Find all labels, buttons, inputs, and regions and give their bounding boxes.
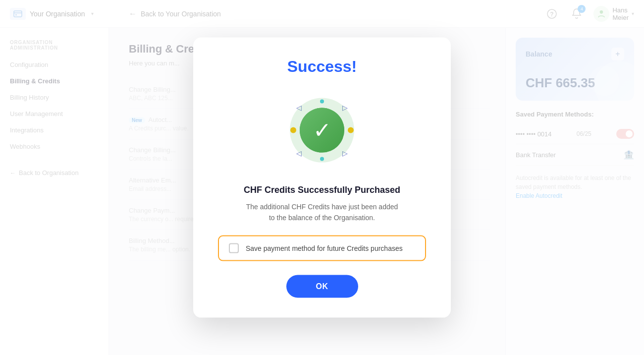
success-circle: ✓ <box>300 108 344 153</box>
success-modal: Success! ◁ ▷ ◁ ▷ ✓ CHF Credits Successfu… <box>193 38 451 318</box>
modal-sub-text: The additional CHF Credits have just bee… <box>218 201 426 224</box>
deco-arrow-tl: ◁ <box>296 104 302 112</box>
modal-success-title: Success! <box>218 58 426 76</box>
save-payment-method-checkbox[interactable] <box>229 243 239 253</box>
deco-dot-right <box>348 127 354 133</box>
save-payment-method-label: Save payment method for future Credits p… <box>246 244 403 252</box>
deco-arrow-br: ▷ <box>342 149 348 157</box>
deco-dot-bottom <box>320 157 324 161</box>
ok-button[interactable]: OK <box>286 275 358 297</box>
deco-arrow-tr: ▷ <box>342 104 348 112</box>
checkmark-icon: ✓ <box>313 119 331 141</box>
success-circle-inner: ✓ <box>300 108 344 153</box>
deco-dot-top <box>320 100 324 104</box>
save-payment-method-checkbox-area[interactable]: Save payment method for future Credits p… <box>218 235 426 261</box>
success-animation: ◁ ▷ ◁ ▷ ✓ <box>282 91 362 170</box>
deco-dot-left <box>290 127 296 133</box>
modal-main-text: CHF Credits Successfully Purchased <box>218 185 426 195</box>
deco-arrow-bl: ◁ <box>296 149 302 157</box>
